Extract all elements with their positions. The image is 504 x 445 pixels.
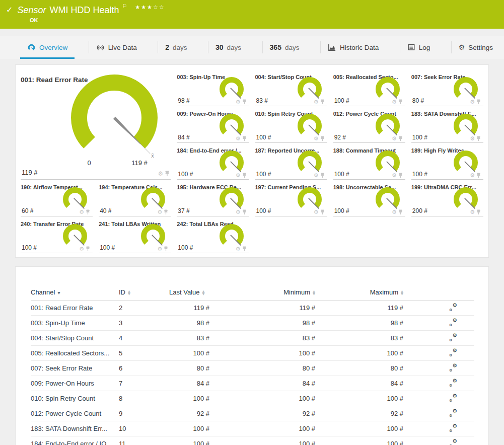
channel-name[interactable]: 183: SATA Downshift Err... [31,421,119,436]
gear-icon[interactable]: ⚙ [314,209,319,215]
gear-icon[interactable]: ⚙ [470,99,475,105]
pin-icon[interactable] [164,246,168,252]
gauge-cell[interactable]: 009: Power-On Hours 84 # ⚙ [177,106,249,143]
pin-icon[interactable] [398,99,403,105]
pin-icon[interactable] [242,246,247,252]
col-header-maximum[interactable]: Maximum▲▼ [315,285,403,300]
pin-icon[interactable] [320,173,325,178]
pin-icon[interactable] [242,173,247,178]
channel-settings-gears-icon[interactable]: ⚙⚙ [449,333,457,341]
channel-settings-gears-icon[interactable]: ⚙⚙ [449,424,457,432]
tab-historic-data[interactable]: Historic Data [321,36,386,59]
pin-icon[interactable] [398,209,403,215]
gauge-cell[interactable]: 004: Start/Stop Count 83 # ⚙ [255,69,327,106]
gear-icon[interactable]: ⚙ [470,173,475,178]
gauge-cell[interactable]: 240: Transfer Error Rate 100 # ⚙ [21,216,93,253]
gear-icon[interactable]: ⚙ [236,246,241,252]
tab-log[interactable]: Log [400,36,438,59]
gear-icon[interactable]: ⚙ [236,136,241,141]
gauge-cell[interactable]: 188: Command Timeout 100 # ⚙ [333,143,405,180]
gauge-cell[interactable]: 183: SATA Downshift E... 100 # ⚙ [411,106,483,143]
gauge-cell[interactable]: 189: High Fly Writes 100 # ⚙ [411,143,483,180]
gear-icon[interactable]: ⚙ [236,173,241,178]
gear-icon[interactable]: ⚙ [314,173,319,178]
pin-icon[interactable] [398,136,403,141]
gauge-cell[interactable]: 012: Power Cycle Count 92 # ⚙ [333,106,405,143]
channel-name[interactable]: 012: Power Cycle Count [31,406,119,421]
gauge-cell-primary[interactable]: 001: Read Error Rate x̄ 0 119 # 119 # ⚙ [21,69,171,180]
pin-icon[interactable] [398,173,403,178]
pin-icon[interactable] [320,99,325,105]
gauge-cell[interactable]: 199: UltraDMA CRC Err... 200 # ⚙ [411,180,483,216]
gear-icon[interactable]: ⚙ [236,209,241,215]
tab-settings[interactable]: ⚙ Settings [452,36,500,59]
gear-icon[interactable]: ⚙ [392,173,397,178]
pin-icon[interactable] [320,209,325,215]
gauge-cell[interactable]: 184: End-to-End error /... 100 # ⚙ [177,143,249,180]
gauge-cell[interactable]: 241: Total LBAs Written 100 # ⚙ [99,216,171,253]
gear-icon[interactable]: ⚙ [79,246,84,252]
col-header-minimum[interactable]: Minimum▲▼ [209,285,315,300]
channel-settings-gears-icon[interactable]: ⚙⚙ [449,348,457,356]
channel-name[interactable]: 003: Spin-Up Time [31,315,119,330]
channel-settings-gears-icon[interactable]: ⚙⚙ [449,318,457,326]
gear-icon[interactable]: ⚙ [79,209,84,215]
pin-icon[interactable] [476,209,481,215]
col-header-channel[interactable]: Channel▾ [31,285,119,300]
gear-icon[interactable]: ⚙ [470,136,475,141]
pin-icon[interactable] [476,99,481,105]
pin-icon[interactable] [476,136,481,141]
gear-icon[interactable]: ⚙ [470,209,475,215]
gauge-cell[interactable]: 005: Reallocated Secto... 100 # ⚙ [333,69,405,106]
gauge-cell[interactable]: 187: Reported Uncorre... 100 # ⚙ [255,143,327,180]
pin-icon[interactable] [86,209,90,215]
gauge-cell[interactable]: 190: Airflow Temperat... 60 # ⚙ [21,180,93,216]
gear-icon[interactable]: ⚙ [157,246,162,252]
flag-icon[interactable]: ⚐ [122,3,127,10]
gear-icon[interactable]: ⚙ [157,209,162,215]
pin-icon[interactable] [476,173,481,178]
channel-name[interactable]: 001: Read Error Rate [31,300,119,315]
channel-settings-gears-icon[interactable]: ⚙⚙ [449,363,457,372]
gauge-cell[interactable]: 198: Uncorrectable Se... 100 # ⚙ [333,180,405,216]
gauge-cell[interactable]: 003: Spin-Up Time 98 # ⚙ [177,69,249,106]
pin-icon[interactable] [164,209,168,215]
channel-settings-gears-icon[interactable]: ⚙⚙ [449,409,457,417]
col-header-id[interactable]: ID▲▼ [119,285,169,300]
gear-icon[interactable]: ⚙ [392,136,397,141]
tab-live-data[interactable]: Live Data [89,36,144,59]
gauge-cell[interactable]: 007: Seek Error Rate 80 # ⚙ [411,69,483,106]
channel-settings-gears-icon[interactable]: ⚙⚙ [449,379,457,387]
channel-settings-gears-icon[interactable]: ⚙⚙ [449,394,457,402]
gauge-cell[interactable]: 010: Spin Retry Count 100 # ⚙ [255,106,327,143]
channel-name[interactable]: 009: Power-On Hours [31,376,119,391]
channel-settings-gears-icon[interactable]: ⚙⚙ [449,439,457,445]
channel-settings-gears-icon[interactable]: ⚙⚙ [449,303,457,311]
tab-2-days[interactable]: 2 days [158,36,194,59]
channel-name[interactable]: 004: Start/Stop Count [31,330,119,345]
col-header-last-value[interactable]: Last Value▲▼ [169,285,209,300]
gauge-cell[interactable]: 195: Hardware ECC Re... 37 # ⚙ [177,180,249,216]
pin-icon[interactable] [86,246,90,252]
gear-icon[interactable]: ⚙ [158,171,164,177]
gauge-cell[interactable]: 194: Temperature Cels... 40 # ⚙ [99,180,171,216]
pin-icon[interactable] [242,136,247,141]
pin-icon[interactable] [165,171,170,177]
channel-name[interactable]: 005: Reallocated Sectors... [31,345,119,360]
gear-icon[interactable]: ⚙ [392,99,397,105]
gear-icon[interactable]: ⚙ [314,99,319,105]
tab-overview[interactable]: Overview [20,36,75,59]
channel-name[interactable]: 184: End-to-End error / IO... [31,436,119,445]
gear-icon[interactable]: ⚙ [392,209,397,215]
pin-icon[interactable] [320,136,325,141]
gauge-cell[interactable]: 197: Current Pending S... 100 # ⚙ [255,180,327,216]
gear-icon[interactable]: ⚙ [236,99,241,105]
pin-icon[interactable] [242,209,247,215]
channel-name[interactable]: 007: Seek Error Rate [31,360,119,376]
pin-icon[interactable] [242,99,247,105]
channel-name[interactable]: 010: Spin Retry Count [31,391,119,406]
tab-30-days[interactable]: 30 days [208,36,248,59]
gear-icon[interactable]: ⚙ [314,136,319,141]
priority-stars[interactable]: ★★★☆☆ [135,4,165,11]
gauge-cell[interactable]: 242: Total LBAs Read 100 # ⚙ [177,216,249,253]
